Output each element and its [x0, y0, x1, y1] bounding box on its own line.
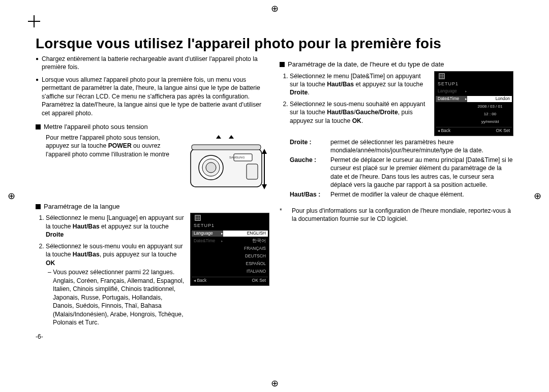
asterisk-icon: *	[280, 207, 292, 223]
section-language: Paramétrage de la langue	[36, 202, 269, 211]
intro-bullet: ● Lorsque vous allumez l'appareil photo …	[36, 76, 269, 117]
svg-marker-11	[262, 149, 267, 154]
right-column: Paramétrage de la date, de l'heure et du…	[280, 55, 513, 341]
step-item: Sélectionnez le menu [Language] en appuy…	[46, 214, 185, 239]
step-item: Sélectionnez le menu [Date&Time] on appu…	[290, 72, 429, 97]
step-item: Sélectionnez le sous-menu voulu en appuy…	[46, 242, 185, 327]
lcd-datetime-screenshot: SETUP1 Language▸ Date&Time▸ London 2008 …	[434, 71, 513, 136]
crop-mark-icon: ⊕	[534, 191, 541, 201]
crop-mark-icon: ⊕	[271, 379, 279, 388]
svg-rect-1	[192, 145, 261, 150]
section-heading: Mettre l'appareil photo sous tension	[44, 122, 148, 132]
lcd-title: SETUP1	[436, 80, 512, 88]
section-heading: Paramétrage de la date, de l'heure et du…	[288, 60, 444, 69]
svg-point-4	[206, 162, 216, 173]
language-steps: Sélectionnez le menu [Language] en appuy…	[36, 214, 185, 326]
section-heading: Paramétrage de la langue	[44, 202, 120, 211]
lcd-language-screenshot: SETUP1 Language▸ ENGLISH Date&Time▸ 한국어 …	[190, 213, 269, 285]
def-hautbas: Haut/Bas : Permet de modifier la valeur …	[290, 190, 513, 199]
svg-marker-8	[216, 135, 221, 139]
camera-illustration: SAMSUNG	[186, 134, 269, 197]
datetime-steps: Sélectionnez le menu [Date&Time] on appu…	[280, 72, 429, 125]
menu-icon	[195, 215, 201, 221]
language-list: – Vous pouvez sélectionner parmi 22 lang…	[46, 268, 185, 326]
section-datetime: Paramétrage de la date, de l'heure et du…	[280, 60, 513, 69]
step-item: Sélectionnez le sous-menu souhaité en ap…	[290, 100, 429, 125]
def-droite: Droite : permet de sélectionner les para…	[290, 138, 513, 155]
svg-text:SAMSUNG: SAMSUNG	[229, 156, 245, 159]
menu-icon	[439, 73, 445, 79]
section-power-on: Mettre l'appareil photo sous tension	[36, 122, 269, 132]
crop-mark-icon: ⊕	[8, 191, 15, 201]
left-column: ● Chargez entièrement la batterie rechar…	[36, 55, 269, 341]
page-title: Lorsque vous utilisez l'appareil photo p…	[36, 36, 513, 52]
lcd-title: SETUP1	[192, 221, 268, 230]
page-number: -6-	[36, 333, 269, 341]
svg-marker-12	[262, 184, 267, 189]
square-bullet-icon	[280, 62, 285, 67]
svg-rect-6	[247, 164, 258, 179]
square-bullet-icon	[36, 124, 41, 129]
crop-corner-icon	[28, 15, 40, 27]
power-on-text: Pour mettre l'appareil photo sous tensio…	[36, 134, 180, 158]
svg-marker-9	[229, 135, 234, 139]
footnote: * Pour plus d'informations sur la config…	[280, 207, 513, 223]
manual-page: ⊕ ⊕ ⊕ ⊕ Lorsque vous utilisez l'appareil…	[0, 0, 549, 392]
intro-bullet: ● Chargez entièrement la batterie rechar…	[36, 55, 269, 72]
bullet-icon: ●	[36, 55, 42, 72]
square-bullet-icon	[36, 204, 41, 209]
crop-mark-icon: ⊕	[271, 4, 279, 13]
def-gauche: Gauche : Permet de déplacer le curseur a…	[290, 156, 513, 189]
bullet-icon: ●	[36, 76, 42, 117]
